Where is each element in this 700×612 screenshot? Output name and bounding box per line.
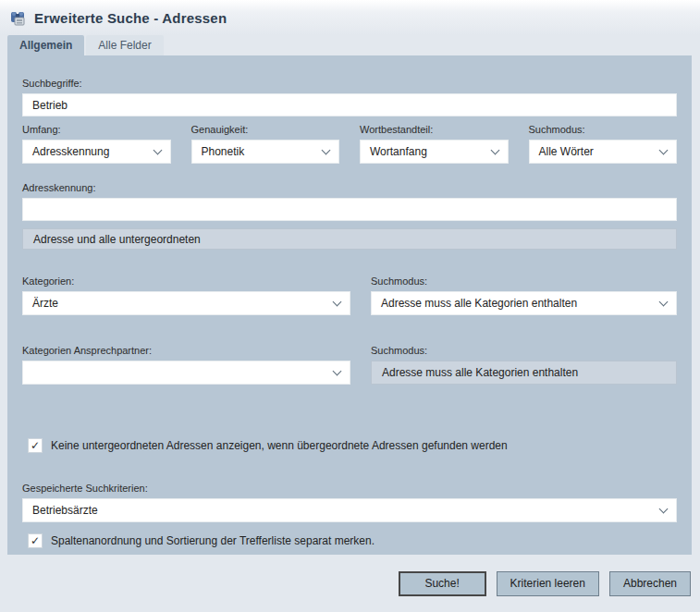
kategorien-group: Kategorien: Ärzte <box>22 275 350 315</box>
tab-allgemein[interactable]: Allgemein <box>7 35 84 55</box>
chevron-down-icon <box>490 145 499 154</box>
suchmodus-group: Suchmodus: Alle Wörter <box>529 124 678 164</box>
gespeicherte-suchkriterien-label: Gespeicherte Suchkriterien: <box>22 483 677 495</box>
umfang-dropdown[interactable]: Adresskennung <box>22 140 171 164</box>
suchbegriffe-label: Suchbegriffe: <box>22 78 677 90</box>
binoculars-search-icon <box>9 9 27 27</box>
search-options-row: Umfang: Adresskennung Genauigkeit: Phone… <box>22 124 677 164</box>
ansprechpartner-suchmodus-value: Adresse muss alle Kategorien enthalten <box>382 366 578 379</box>
untergeordnete-checkbox-label: Keine untergeordneten Adressen anzeigen,… <box>51 439 508 452</box>
untergeordnete-checkbox-row: ✓ Keine untergeordneten Adressen anzeige… <box>22 438 677 453</box>
suchmodus-dropdown[interactable]: Alle Wörter <box>529 140 678 164</box>
spalten-checkbox[interactable]: ✓ <box>28 533 43 548</box>
chevron-down-icon <box>322 145 331 154</box>
chevron-down-icon <box>659 504 669 513</box>
tab-bar: Allgemein Alle Felder <box>0 35 700 55</box>
kategorien-label: Kategorien: <box>22 275 350 288</box>
dialog-title: Erweiterte Suche - Adressen <box>34 10 227 26</box>
check-icon: ✓ <box>31 440 40 451</box>
umfang-group: Umfang: Adresskennung <box>22 124 171 164</box>
ansprechpartner-suchmodus-label: Suchmodus: <box>371 345 677 357</box>
kategorien-suchmodus-group: Suchmodus: Adresse muss alle Kategorien … <box>371 275 677 315</box>
check-icon: ✓ <box>31 535 40 546</box>
kriterien-leeren-button[interactable]: Kriterien leeren <box>497 571 599 596</box>
genauigkeit-value: Phonetik <box>202 145 245 158</box>
gespeicherte-suchkriterien-group: Gespeicherte Suchkriterien: Betriebsärzt… <box>22 483 677 522</box>
kategorien-dropdown[interactable]: Ärzte <box>22 291 350 315</box>
kategorien-suchmodus-value: Adresse muss alle Kategorien enthalten <box>381 297 577 310</box>
dialog-titlebar: Erweiterte Suche - Adressen <box>0 0 700 35</box>
adresskennung-label: Adresskennung: <box>22 182 677 194</box>
adresskennung-scope-field: Adresse und alle untergeordneten <box>22 228 677 250</box>
gespeicherte-suchkriterien-value: Betriebsärzte <box>32 504 98 517</box>
umfang-label: Umfang: <box>22 124 171 136</box>
wortbestandteil-label: Wortbestandteil: <box>360 124 509 136</box>
genauigkeit-dropdown[interactable]: Phonetik <box>191 140 340 164</box>
suchbegriffe-group: Suchbegriffe: <box>22 78 677 116</box>
kategorien-suchmodus-label: Suchmodus: <box>371 275 677 288</box>
kategorien-suchmodus-dropdown[interactable]: Adresse muss alle Kategorien enthalten <box>371 291 677 315</box>
dialog-footer: Suche! Kriterien leeren Abbrechen <box>0 555 700 612</box>
spalten-checkbox-row: ✓ Spaltenanordnung und Sortierung der Tr… <box>22 533 677 548</box>
kategorien-value: Ärzte <box>32 297 58 310</box>
spalten-checkbox-label: Spaltenanordnung und Sortierung der Tref… <box>51 534 375 547</box>
untergeordnete-checkbox[interactable]: ✓ <box>28 438 43 453</box>
umfang-value: Adresskennung <box>32 145 109 158</box>
wortbestandteil-group: Wortbestandteil: Wortanfang <box>360 124 509 164</box>
wortbestandteil-dropdown[interactable]: Wortanfang <box>360 140 509 164</box>
kategorien-row: Kategorien: Ärzte Suchmodus: Adresse mus… <box>22 275 677 315</box>
chevron-down-icon <box>333 366 342 375</box>
adresskennung-group: Adresskennung: Adresse und alle untergeo… <box>22 182 677 250</box>
suchmodus-value: Alle Wörter <box>539 145 594 158</box>
tab-alle-felder[interactable]: Alle Felder <box>86 35 163 55</box>
chevron-down-icon <box>659 297 669 306</box>
kategorien-ansprechpartner-dropdown[interactable] <box>22 361 350 385</box>
suchmodus-label: Suchmodus: <box>529 124 678 136</box>
ansprechpartner-suchmodus-group: Suchmodus: Adresse muss alle Kategorien … <box>371 345 677 385</box>
wortbestandteil-value: Wortanfang <box>370 145 427 158</box>
suchbegriffe-input[interactable] <box>22 93 677 116</box>
chevron-down-icon <box>153 145 162 154</box>
kategorien-ansprechpartner-group: Kategorien Ansprechpartner: <box>22 345 350 385</box>
kategorien-ansprechpartner-label: Kategorien Ansprechpartner: <box>22 345 350 357</box>
genauigkeit-group: Genauigkeit: Phonetik <box>191 124 340 164</box>
advanced-search-dialog: Erweiterte Suche - Adressen Allgemein Al… <box>0 0 700 612</box>
chevron-down-icon <box>333 297 342 306</box>
gespeicherte-suchkriterien-dropdown[interactable]: Betriebsärzte <box>22 498 677 522</box>
tab-panel-allgemein: Suchbegriffe: Umfang: Adresskennung Gena… <box>7 55 692 555</box>
adresskennung-scope-value: Adresse und alle untergeordneten <box>33 233 201 246</box>
abbrechen-button[interactable]: Abbrechen <box>609 571 691 596</box>
genauigkeit-label: Genauigkeit: <box>191 124 340 136</box>
adresskennung-input[interactable] <box>22 198 677 221</box>
chevron-down-icon <box>659 145 669 154</box>
ansprechpartner-suchmodus-field: Adresse muss alle Kategorien enthalten <box>371 361 677 385</box>
suche-button[interactable]: Suche! <box>399 571 486 596</box>
ansprechpartner-row: Kategorien Ansprechpartner: Suchmodus: A… <box>22 345 677 385</box>
